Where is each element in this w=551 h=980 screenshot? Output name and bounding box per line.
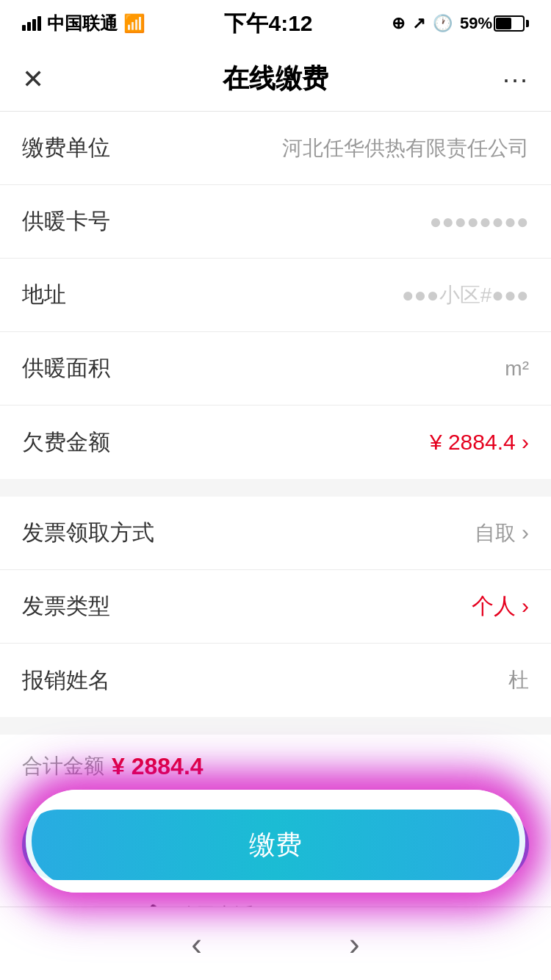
wifi-icon: 📶 [123, 13, 145, 34]
page-title: 在线缴费 [223, 61, 328, 97]
value-debt: ¥ 2884.4 [430, 430, 529, 455]
status-left: 中国联通 📶 [22, 12, 145, 35]
form-row-invoice-method[interactable]: 发票领取方式 自取 [0, 497, 551, 570]
status-right: ⊕ ↗ 🕐 59% [392, 14, 529, 33]
total-label: 合计金额 [22, 752, 104, 780]
location-icon: ⊕ [392, 14, 405, 33]
label-invoice-method: 发票领取方式 [22, 518, 154, 548]
form-row-area: 供暖面积 m² [0, 332, 551, 406]
form-row-reimburse-name: 报销姓名 杜 [0, 644, 551, 717]
label-area: 供暖面积 [22, 353, 110, 383]
form-row-address: 地址 ●●●小区#●●● [0, 259, 551, 332]
value-invoice-type: 个人 [472, 591, 529, 621]
section-divider-1 [0, 488, 551, 497]
carrier-label: 中国联通 [47, 12, 118, 35]
label-debt: 欠费金额 [22, 428, 110, 458]
value-reimburse-name: 杜 [508, 666, 529, 694]
nav-bar: ✕ 在线缴费 ··· [0, 47, 551, 112]
form-section: 缴费单位 河北任华供热有限责任公司 供暖卡号 ●●●●●●●● 地址 ●●●小区… [0, 112, 551, 488]
alarm-icon: 🕐 [433, 14, 453, 33]
status-time: 下午4:12 [224, 9, 312, 39]
back-button[interactable]: ‹ [191, 926, 202, 962]
more-button[interactable]: ··· [503, 64, 529, 95]
pay-button[interactable]: 缴费 [22, 810, 529, 880]
label-reimburse-name: 报销姓名 [22, 666, 110, 696]
label-address: 地址 [22, 280, 66, 310]
forward-button[interactable]: › [349, 926, 360, 962]
section-divider-2 [0, 726, 551, 735]
form-row-card: 供暖卡号 ●●●●●●●● [0, 185, 551, 259]
gps-icon: ↗ [412, 14, 425, 33]
value-card: ●●●●●●●● [430, 210, 529, 234]
total-section: 合计金额 ¥ 2884.4 [0, 735, 551, 795]
label-unit: 缴费单位 [22, 133, 110, 163]
value-address: ●●●小区#●●● [402, 281, 529, 309]
signal-bars-icon [22, 16, 41, 31]
total-amount: ¥ 2884.4 [112, 753, 204, 780]
battery-indicator: 59% [460, 14, 529, 33]
close-button[interactable]: ✕ [22, 64, 44, 95]
form-row-unit: 缴费单位 河北任华供热有限责任公司 [0, 112, 551, 185]
total-row: 合计金额 ¥ 2884.4 [22, 752, 529, 780]
form-row-invoice-type[interactable]: 发票类型 个人 [0, 570, 551, 644]
invoice-section: 发票领取方式 自取 发票类型 个人 报销姓名 杜 [0, 497, 551, 726]
value-area: m² [505, 357, 529, 381]
bottom-nav: ‹ › [0, 907, 551, 980]
status-bar: 中国联通 📶 下午4:12 ⊕ ↗ 🕐 59% [0, 0, 551, 47]
value-unit: 河北任华供热有限责任公司 [282, 134, 529, 162]
label-card: 供暖卡号 [22, 206, 110, 237]
value-invoice-method: 自取 [475, 519, 529, 547]
form-row-debt[interactable]: 欠费金额 ¥ 2884.4 [0, 406, 551, 479]
label-invoice-type: 发票类型 [22, 591, 110, 621]
pay-button-wrap: 缴费 [0, 795, 551, 887]
